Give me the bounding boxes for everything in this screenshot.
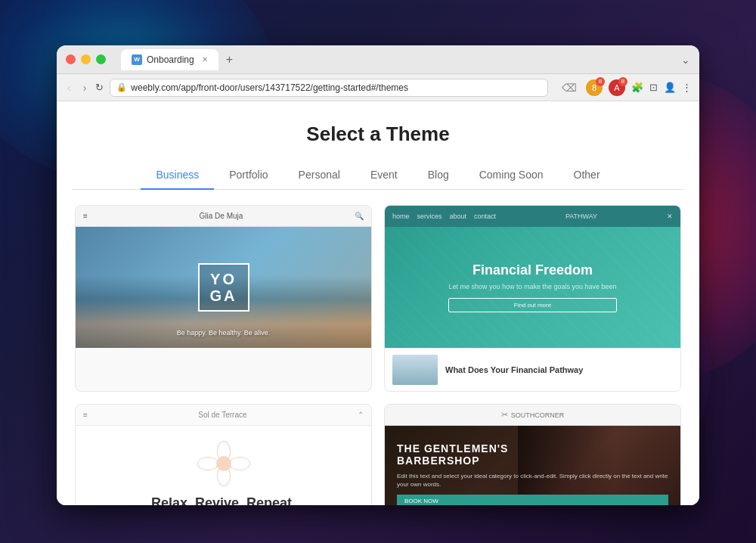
back-button[interactable]: ‹ — [64, 80, 74, 95]
window-chevron-icon[interactable]: ⌄ — [681, 54, 690, 66]
lock-icon: 🔒 — [116, 82, 127, 92]
close-button[interactable] — [66, 54, 76, 64]
yoga-menu-icon: ≡ — [83, 212, 88, 220]
forward-button[interactable]: › — [80, 80, 90, 95]
profile-badge-2[interactable]: A 8 — [609, 79, 625, 96]
yoga-hero: YOGA Be happy. Be healthy. Be alive. — [76, 227, 371, 348]
pathway-content: Financial Freedom Let me show you how to… — [448, 262, 616, 312]
theme-grid: ≡ Glia De Muja 🔍 YOGA Be happy. Be healt… — [57, 190, 699, 505]
page-header: Select a Theme — [57, 101, 699, 161]
tab-event[interactable]: Event — [355, 161, 413, 190]
barber-hero: THE GENTLEMEN'SBARBERSHOP Edit this text… — [385, 426, 680, 505]
pathway-hero: Financial Freedom Let me show you how to… — [385, 227, 680, 348]
solterrace-flower — [201, 441, 246, 486]
traffic-lights — [66, 54, 106, 64]
barber-nav-bar: ✂ SOUTHCORNER — [385, 405, 680, 426]
solterrace-name: Sol de Terrace — [198, 411, 246, 419]
pathway-article: What Does Your Financial Pathway — [385, 348, 680, 391]
pathway-nav-bar: home services about contact PATHWAY ✕ — [385, 206, 680, 227]
yoga-nav-bar: ≡ Glia De Muja 🔍 — [76, 206, 371, 227]
pathway-title: Financial Freedom — [448, 262, 616, 278]
new-tab-button[interactable]: + — [222, 51, 237, 68]
pathway-nav-links: home services about contact — [392, 213, 496, 220]
url-input[interactable]: 🔒 weebly.com/app/front-door/users/143717… — [110, 79, 548, 97]
reload-button[interactable]: ↻ — [95, 82, 104, 93]
solterrace-menu: ≡ — [83, 411, 88, 419]
theme-card-pathway[interactable]: home services about contact PATHWAY ✕ Fi… — [384, 205, 681, 392]
browser-actions: ⌫ 8 8 A 8 🧩 ⊡ 👤 ⋮ — [559, 79, 692, 96]
barber-title: THE GENTLEMEN'SBARBERSHOP — [397, 442, 668, 468]
page-content: Select a Theme Business Portfolio Person… — [57, 101, 699, 505]
tab-portfolio[interactable]: Portfolio — [214, 161, 283, 190]
sidebar-icon[interactable]: ⊡ — [649, 82, 658, 93]
tab-favicon: W — [132, 54, 142, 65]
extensions-icon[interactable]: 🧩 — [631, 82, 643, 93]
tab-personal[interactable]: Personal — [284, 161, 355, 190]
theme-card-solterrace[interactable]: ≡ Sol de Terrace ⌃ Relax. Revive. Repeat… — [75, 404, 372, 505]
barber-body: Edit this text and select your ideal cat… — [397, 472, 668, 489]
solterrace-content: Relax. Revive. Repeat. Vivamus at arcu m… — [76, 426, 371, 505]
tab-coming-soon[interactable]: Coming Soon — [464, 161, 559, 190]
barber-content: THE GENTLEMEN'SBARBERSHOP Edit this text… — [385, 430, 680, 505]
theme-card-yoga[interactable]: ≡ Glia De Muja 🔍 YOGA Be happy. Be healt… — [75, 205, 372, 392]
pathway-article-title: What Does Your Financial Pathway — [445, 365, 583, 375]
yoga-site-name: Glia De Muja — [200, 212, 243, 220]
profile-badge-1[interactable]: 8 8 — [586, 79, 603, 96]
key-icon[interactable]: ⌫ — [559, 80, 580, 95]
browser-tab-onboarding[interactable]: W Onboarding ✕ — [121, 49, 218, 70]
barber-logo-symbol: ✂ — [501, 410, 508, 420]
solterrace-icon: ⌃ — [358, 411, 364, 419]
tab-business[interactable]: Business — [141, 161, 214, 190]
minimize-button[interactable] — [81, 54, 91, 64]
page-title: Select a Theme — [72, 123, 684, 146]
theme-category-tabs: Business Portfolio Personal Event Blog C… — [72, 161, 684, 190]
tab-bar: W Onboarding ✕ + — [121, 49, 681, 70]
theme-card-barbershop[interactable]: ✂ SOUTHCORNER THE GENTLEMEN'SBARBERSHOP … — [384, 404, 681, 505]
barber-brand-name: SOUTHCORNER — [511, 411, 565, 419]
maximize-button[interactable] — [96, 54, 106, 64]
tab-close-icon[interactable]: ✕ — [202, 55, 208, 64]
menu-icon[interactable]: ⋮ — [682, 82, 692, 93]
browser-window: W Onboarding ✕ + ⌄ ‹ › ↻ 🔒 weebly.com/ap… — [57, 45, 699, 505]
yoga-text-box: YOGA — [198, 263, 249, 312]
tab-other[interactable]: Other — [559, 161, 615, 190]
address-bar: ‹ › ↻ 🔒 weebly.com/app/front-door/users/… — [57, 74, 699, 101]
pathway-subtitle: Let me show you how to make the goals yo… — [448, 283, 616, 290]
pathway-logo: PATHWAY — [565, 213, 597, 220]
profile-icon[interactable]: 👤 — [664, 82, 676, 93]
pathway-cta[interactable]: Find out more — [448, 298, 616, 312]
solterrace-heading: Relax. Revive. Repeat. — [91, 495, 356, 505]
yoga-subtitle: Be happy. Be healthy. Be alive. — [177, 329, 271, 337]
tab-blog[interactable]: Blog — [413, 161, 464, 190]
notification-badge-2: 8 — [618, 77, 627, 86]
url-text: weebly.com/app/front-door/users/14371752… — [131, 82, 408, 93]
tab-label: Onboarding — [147, 54, 194, 65]
solterrace-nav-bar: ≡ Sol de Terrace ⌃ — [76, 405, 371, 426]
barber-cta[interactable]: BOOK NOW — [397, 495, 668, 505]
notification-badge-1: 8 — [596, 77, 605, 86]
yoga-search-icon: 🔍 — [355, 212, 364, 220]
title-bar: W Onboarding ✕ + ⌄ — [57, 45, 699, 74]
pathway-thumbnail — [392, 355, 438, 385]
